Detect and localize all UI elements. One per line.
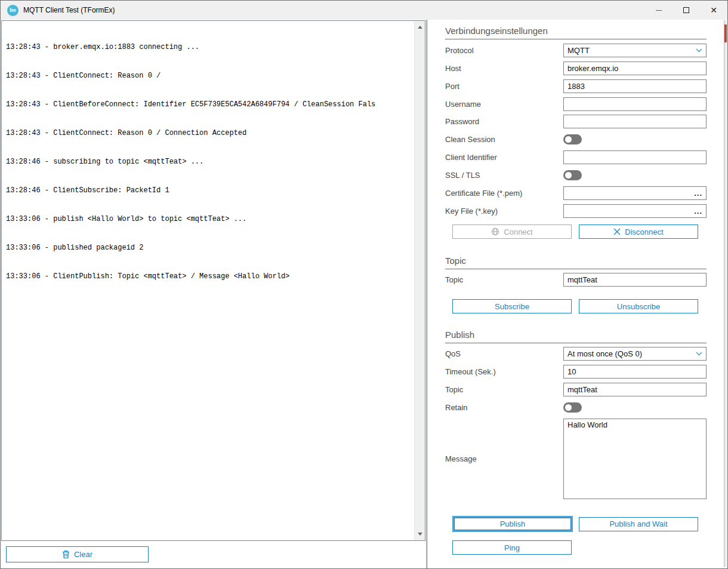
titlebar: be MQTT Client Test (TFormEx) ✕ — [1, 1, 727, 20]
scroll-down-button[interactable] — [415, 529, 425, 539]
host-input[interactable] — [563, 61, 707, 75]
clear-button[interactable]: Clear — [6, 546, 149, 562]
topic-label: Topic — [445, 275, 563, 284]
topic-input[interactable] — [563, 273, 707, 287]
x-icon — [613, 228, 621, 235]
unsubscribe-button[interactable]: Unsubscribe — [579, 299, 698, 313]
certificate-file-label: Certificate File (*.pem) — [445, 189, 563, 198]
qos-dropdown[interactable]: At most once (QoS 0) — [563, 347, 707, 361]
connection-section-header: Verbindungseinstellungen — [445, 26, 707, 39]
disconnect-button-label: Disconnect — [625, 227, 663, 236]
scrollbar-thumb[interactable] — [724, 24, 727, 42]
publish-section-header: Publish — [445, 330, 707, 343]
client-identifier-input[interactable] — [563, 150, 707, 164]
trash-icon — [62, 550, 70, 559]
certificate-browse-button[interactable]: ... — [694, 187, 702, 199]
password-label: Password — [445, 117, 563, 126]
app-icon: be — [7, 5, 18, 16]
unsubscribe-button-label: Unsubscribe — [617, 302, 660, 311]
protocol-value: MQTT — [567, 46, 590, 55]
subscribe-button-label: Subscribe — [495, 302, 529, 311]
toggle-knob — [565, 136, 572, 143]
publish-and-wait-button-label: Publish and Wait — [609, 519, 667, 528]
protocol-label: Protocol — [445, 46, 563, 55]
message-textarea[interactable]: Hallo World — [563, 419, 707, 499]
ping-button[interactable]: Ping — [452, 540, 572, 555]
window-title: MQTT Client Test (TFormEx) — [23, 6, 115, 14]
timeout-label: Timeout (Sek.) — [445, 367, 563, 376]
maximize-icon — [683, 7, 689, 13]
settings-panel: Verbindungseinstellungen Protocol MQTT H… — [428, 20, 727, 568]
close-icon: ✕ — [710, 6, 717, 14]
clean-session-toggle[interactable] — [563, 134, 582, 144]
subscribe-button[interactable]: Subscribe — [452, 299, 572, 313]
protocol-dropdown[interactable]: MQTT — [563, 44, 707, 57]
log-scrollbar[interactable] — [414, 21, 425, 540]
disconnect-button[interactable]: Disconnect — [579, 224, 698, 239]
panel-edge-scrollbar[interactable] — [724, 20, 727, 567]
log-line: 13:33:06 - published packageid 2 — [6, 243, 415, 253]
client-identifier-label: Client Identifier — [445, 153, 563, 162]
scroll-up-button[interactable] — [415, 22, 425, 32]
log-line: 13:28:46 - subscribing to topic <mqttTea… — [6, 157, 415, 167]
retain-toggle[interactable] — [563, 402, 582, 413]
timeout-input[interactable] — [563, 365, 707, 379]
publish-button[interactable]: Publish — [452, 516, 573, 532]
message-label: Message — [445, 454, 563, 463]
key-file-browse-button[interactable]: ... — [694, 205, 702, 217]
port-label: Port — [445, 82, 563, 91]
certificate-file-input[interactable] — [563, 186, 707, 200]
toggle-knob — [565, 172, 572, 179]
log-line: 13:28:43 - ClientBeforeConnect: Identifi… — [6, 100, 415, 109]
log-content: 13:28:43 - broker.emqx.io:1883 connectin… — [2, 21, 415, 540]
connect-button[interactable]: Connect — [452, 224, 572, 239]
username-input[interactable] — [563, 97, 707, 111]
publish-and-wait-button[interactable]: Publish and Wait — [579, 517, 698, 531]
publish-topic-label: Topic — [445, 385, 563, 394]
log-line: 13:28:43 - broker.emqx.io:1883 connectin… — [6, 42, 415, 52]
key-file-label: Key File (*.key) — [445, 207, 563, 216]
log-line: 13:28:46 - ClientSubscribe: PacketId 1 — [6, 186, 415, 195]
host-label: Host — [445, 64, 563, 73]
clear-button-label: Clear — [74, 550, 92, 559]
log-line: 13:28:43 - ClientConnect: Reason 0 / Con… — [6, 128, 415, 138]
ping-button-label: Ping — [504, 543, 520, 552]
globe-icon — [491, 227, 499, 236]
log-line: 13:33:06 - ClientPublish: Topic <mqttTea… — [6, 272, 415, 281]
minimize-button[interactable] — [645, 1, 673, 20]
maximize-button[interactable] — [673, 1, 700, 20]
retain-label: Retain — [445, 403, 563, 412]
window-controls: ✕ — [645, 1, 727, 20]
app-window: be MQTT Client Test (TFormEx) ✕ 13:28:43… — [0, 0, 728, 569]
arrow-up-icon — [418, 26, 422, 29]
close-button[interactable]: ✕ — [700, 1, 727, 20]
minimize-icon — [656, 10, 662, 11]
clean-session-label: Clean Session — [445, 135, 563, 144]
log-line: 13:28:43 - ClientConnect: Reason 0 / — [6, 71, 415, 81]
topic-section-header: Topic — [445, 256, 707, 269]
toggle-knob — [565, 404, 572, 411]
ssl-tls-toggle[interactable] — [563, 170, 582, 180]
port-input[interactable] — [563, 79, 707, 93]
log-memo[interactable]: 13:28:43 - broker.emqx.io:1883 connectin… — [1, 20, 425, 541]
ssl-tls-label: SSL / TLS — [445, 171, 563, 180]
key-file-input[interactable] — [563, 204, 707, 218]
username-label: Username — [445, 100, 563, 109]
publish-topic-input[interactable] — [563, 383, 707, 396]
connect-button-label: Connect — [504, 227, 532, 236]
qos-label: QoS — [445, 349, 563, 358]
qos-value: At most once (QoS 0) — [567, 349, 642, 358]
arrow-down-icon — [418, 533, 422, 536]
publish-button-label: Publish — [500, 519, 526, 528]
password-input[interactable] — [563, 115, 707, 128]
log-line: 13:33:06 - publish <Hallo World> to topi… — [6, 214, 415, 224]
chevron-down-icon — [696, 352, 702, 356]
chevron-down-icon — [696, 48, 702, 53]
